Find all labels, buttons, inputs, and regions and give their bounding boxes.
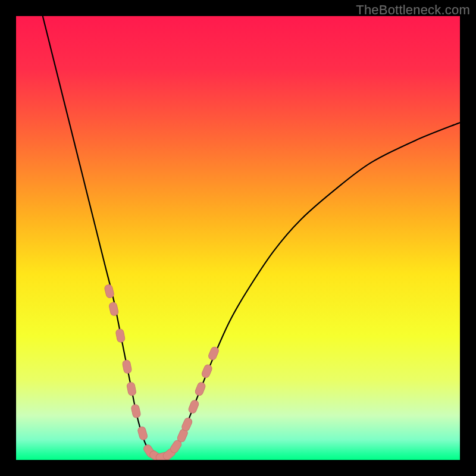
chart-frame: [16, 16, 460, 460]
watermark-label: TheBottleneck.com: [356, 2, 470, 18]
bottleneck-chart: [16, 16, 460, 460]
gradient-background: [16, 16, 460, 460]
